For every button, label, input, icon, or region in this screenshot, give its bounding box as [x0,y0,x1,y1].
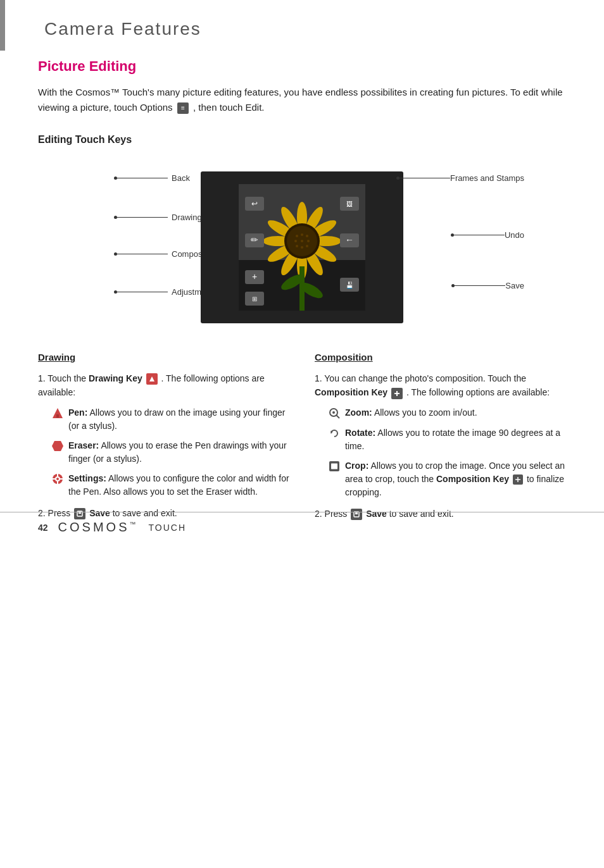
brand-touch: TOUCH [148,523,186,533]
intro-text: With the Cosmos™ Touch's many picture ed… [38,87,563,113]
intro-suffix: , then touch Edit. [193,102,265,113]
crop-icon [327,459,341,473]
zoom-subitem: Zoom: Allows you to zoom in/out. [327,406,566,420]
eraser-icon [51,439,65,453]
settings-subitem: Settings: Allows you to configure the co… [51,472,289,499]
two-col-layout: Drawing 1. Touch the Drawing Key . The f… [38,352,566,528]
drawing-title: Drawing [38,352,289,363]
svg-rect-48 [57,474,58,476]
svg-point-21 [307,240,310,242]
footer: 42 COSMOS™ TOUCH [0,512,604,535]
composition-title: Composition [315,352,566,363]
svg-point-20 [301,240,303,242]
label-drawing: Drawing [114,213,202,222]
options-icon-inline: ≡ [177,102,189,114]
editing-touch-keys-title: Editing Touch Keys [38,134,566,146]
drawing-item-1-num: 1. Touch the Drawing Key . The following… [38,373,265,397]
svg-rect-51 [60,478,63,480]
svg-rect-61 [331,463,337,469]
svg-point-19 [294,240,297,242]
intro-paragraph: With the Cosmos™ Touch's many picture ed… [38,85,566,115]
svg-text:✏: ✏ [251,235,258,245]
drawing-column: Drawing 1. Touch the Drawing Key . The f… [38,352,289,528]
label-frames-stamps: Frames and Stamps [396,173,528,183]
drawing-item-1: 1. Touch the Drawing Key . The following… [38,371,289,499]
composition-column: Composition 1. You can change the photo'… [315,352,566,528]
svg-text:←: ← [345,235,354,245]
settings-icon [51,472,65,486]
svg-text:🖼: 🖼 [346,201,353,208]
rotate-icon [327,426,341,440]
diagram-photo: ↩ ✏ + ⊞ 🖼 ← 💾 [201,171,403,323]
rotate-subitem: Rotate: Allows you to rotate the image 9… [327,426,566,453]
svg-point-18 [306,235,308,237]
drawing-key-icon [146,373,158,385]
svg-point-17 [301,233,303,236]
svg-rect-43 [56,414,59,418]
svg-rect-50 [53,478,55,480]
sunflower-svg: ↩ ✏ + ⊞ 🖼 ← 💾 [239,184,365,311]
diagram-wrapper: Back Drawing Composition Adjustments [38,156,566,339]
svg-text:↩: ↩ [251,199,258,208]
pen-subitem: Pen: Allows you to draw on the image usi… [51,406,289,433]
svg-text:💾: 💾 [346,281,354,289]
label-undo: Undo [451,230,528,240]
brand-name: COSMOS [58,520,130,534]
accent-bar [0,0,5,51]
svg-point-23 [301,246,303,249]
pen-icon [51,406,65,420]
label-save: Save [451,281,528,290]
eraser-subitem: Eraser: Allows you to erase the Pen draw… [51,439,289,466]
svg-point-57 [332,411,335,414]
composition-key-icon [391,388,403,399]
svg-line-58 [336,415,339,418]
section-title: Picture Editing [38,58,566,75]
svg-point-22 [296,245,298,247]
svg-point-16 [296,235,298,237]
svg-point-24 [306,245,308,247]
zoom-icon [327,406,341,420]
page-number: 42 [38,523,48,533]
brand-sup: ™ [129,521,138,528]
page-title: Camera Features [38,19,566,39]
brand-logo: COSMOS™ [58,520,139,535]
composition-item-1: 1. You can change the photo's compositio… [315,371,566,499]
label-back: Back [114,173,190,183]
svg-rect-49 [57,481,58,484]
svg-point-47 [56,478,59,480]
crop-subitem: Crop: Allows you to crop the image. Once… [327,459,566,499]
svg-marker-44 [52,441,63,451]
svg-text:⊞: ⊞ [252,295,257,302]
composition-key-icon-2 [513,474,523,485]
svg-text:+: + [252,271,257,282]
